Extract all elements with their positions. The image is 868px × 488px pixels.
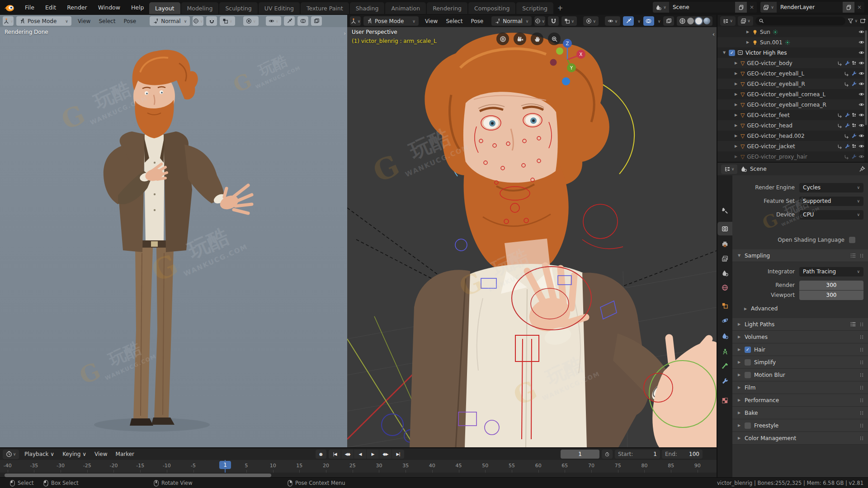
proportional-edit-toggle[interactable]: ∨ [583, 16, 599, 26]
visibility-eye-icon[interactable] [859, 81, 864, 87]
section-simplify[interactable]: ▶Simplify [732, 356, 868, 369]
overlays-toggle[interactable] [297, 16, 308, 26]
visibility-eye-icon[interactable] [859, 91, 864, 97]
tab-sculpting[interactable]: Sculpting [219, 2, 257, 14]
region-collapse-icon[interactable]: ‹ [712, 31, 715, 38]
snap-toggle[interactable] [206, 16, 217, 26]
visibility-eye-icon[interactable] [859, 133, 864, 139]
advanced-subsection[interactable]: ▶Advanced [743, 305, 778, 312]
disclosure-icon[interactable]: ▶ [734, 61, 738, 65]
section-performance[interactable]: ▶Performance [732, 394, 868, 407]
region-join-icon[interactable]: › [344, 30, 346, 37]
outliner-filter-id-type[interactable]: ∨ [738, 16, 753, 26]
shading-solid-icon[interactable] [687, 18, 694, 24]
snap-settings[interactable]: ∨ [561, 16, 577, 26]
properties-tab-particles[interactable] [717, 329, 732, 343]
outliner-row[interactable]: ▶▽GEO-victor_proxy_hair [717, 151, 868, 162]
disclosure-icon[interactable]: ▶ [734, 113, 738, 117]
menu-edit[interactable]: Edit [40, 2, 61, 13]
section-light-paths[interactable]: ▶Light Paths [732, 318, 868, 331]
jump-end-button[interactable]: ▶| [392, 450, 404, 459]
outliner-row[interactable]: ▼✓Victor High Res [717, 47, 868, 58]
properties-tab-render[interactable] [717, 222, 732, 235]
add-workspace-button[interactable]: + [554, 2, 566, 14]
gizmo-toggle[interactable] [623, 16, 634, 26]
outliner-scrollbar[interactable] [864, 27, 868, 162]
osl-checkbox[interactable] [849, 237, 855, 243]
next-keyframe-button[interactable]: ◆▶ [379, 450, 392, 459]
visibility-eye-icon[interactable] [859, 60, 864, 66]
disclosure-icon[interactable]: ▶ [737, 398, 741, 402]
properties-tab-scene[interactable] [717, 266, 732, 280]
section-freestyle[interactable]: ▶Freestyle [732, 419, 868, 432]
disclosure-icon[interactable]: ▶ [737, 322, 741, 326]
navigation-gizmo[interactable]: Z X Y [546, 36, 587, 86]
frame-end-field[interactable]: End:100 [662, 450, 703, 459]
disclosure-icon[interactable]: ▶ [734, 71, 738, 75]
mode-selector[interactable]: Pose Mode∨ [363, 16, 419, 26]
viewport-menu-select[interactable]: Select [442, 17, 466, 26]
outliner-row[interactable]: ▶▽GEO-victor_feet [717, 110, 868, 120]
editor-type-button[interactable]: ∨ [350, 16, 361, 26]
menu-window[interactable]: Window [93, 2, 125, 13]
disclosure-icon[interactable]: ▶ [734, 155, 738, 159]
timeline-menu-playback[interactable]: Playback ∨ [21, 450, 58, 459]
mode-selector[interactable]: Pose Mode∨ [16, 16, 71, 26]
disclosure-icon[interactable]: ▶ [745, 40, 750, 44]
outliner-row[interactable]: ▶Sun [717, 27, 868, 37]
properties-tab-output[interactable] [717, 237, 732, 251]
outliner-row[interactable]: ▶▽GEO-victor_jacket [717, 141, 868, 151]
camera-view-icon[interactable] [514, 33, 526, 45]
timeline-menu-marker[interactable]: Marker [112, 450, 138, 459]
new-collection-icon[interactable] [860, 18, 866, 24]
visibility-eye-icon[interactable] [859, 70, 864, 76]
disclosure-icon[interactable]: ▶ [737, 360, 741, 364]
visibility-eye-icon[interactable] [859, 143, 864, 149]
outliner-row[interactable]: ▶▽GEO-victor_eyeball_L [717, 68, 868, 79]
tab-scripting[interactable]: Scripting [516, 2, 553, 14]
disclosure-icon[interactable]: ▶ [734, 103, 738, 107]
tab-modeling[interactable]: Modeling [181, 2, 219, 14]
properties-tab-view-layer[interactable] [717, 252, 732, 265]
pivot-point-selector[interactable]: ∨ [193, 16, 203, 26]
disclosure-icon[interactable]: ▶ [737, 385, 741, 389]
tab-rendering[interactable]: Rendering [427, 2, 467, 14]
outliner-row[interactable]: ▶▽GEO-victor_eyeball_R [717, 79, 868, 89]
viewport-3d[interactable]: User Perspective (1) victor_blenrig : ar… [347, 27, 717, 447]
disclosure-icon[interactable]: ▶ [737, 347, 741, 352]
property-dropdown-render-engine[interactable]: Cycles∨ [799, 183, 863, 192]
shading-material-icon[interactable] [695, 18, 702, 24]
disclosure-icon[interactable]: ▶ [737, 373, 741, 377]
current-frame-badge[interactable]: 1 [219, 461, 231, 469]
section-hair[interactable]: ▶✓Hair [732, 343, 868, 356]
disclosure-icon[interactable]: ▶ [737, 423, 741, 427]
visibility-eye-icon[interactable] [859, 50, 864, 56]
snap-toggle[interactable] [548, 16, 559, 26]
pan-view-icon[interactable] [531, 33, 543, 45]
section-color-management[interactable]: ▶Color Management [732, 432, 868, 445]
section-bake[interactable]: ▶Bake [732, 407, 868, 419]
object-visibility-toggle[interactable]: ∨ [266, 16, 281, 26]
outliner-row[interactable]: ▶▽GEO-victor_eyeball_cornea_R [717, 99, 868, 110]
section-checkbox[interactable] [745, 372, 751, 378]
use-preview-range-toggle[interactable] [602, 450, 613, 459]
viewport-render-result[interactable]: Rendering Done [0, 27, 347, 447]
visibility-eye-icon[interactable] [859, 102, 864, 108]
disclosure-icon[interactable]: ▶ [745, 30, 750, 34]
properties-tab-object-data[interactable] [717, 345, 732, 358]
xray-toggle[interactable] [663, 16, 674, 26]
property-dropdown-device[interactable]: CPU∨ [799, 210, 863, 220]
play-button[interactable]: ▶ [367, 450, 379, 459]
tab-layout[interactable]: Layout [149, 2, 180, 14]
outliner-row[interactable]: ▶▽GEO-victor_head [717, 120, 868, 131]
viewport-menu-pose[interactable]: Pose [120, 17, 140, 26]
render-layer-browse-button[interactable]: ∨ [760, 2, 777, 13]
integrator-dropdown[interactable]: Path Tracing∨ [799, 267, 863, 277]
presets-icon[interactable] [850, 253, 856, 258]
samples-render-field[interactable]: 300 [799, 281, 863, 290]
scene-copy-button[interactable] [735, 2, 747, 13]
menu-help[interactable]: Help [126, 2, 149, 13]
tab-texture-paint[interactable]: Texture Paint [301, 2, 349, 14]
current-frame-field[interactable]: 1 [561, 450, 599, 459]
viewport-menu-view[interactable]: View [421, 17, 441, 26]
